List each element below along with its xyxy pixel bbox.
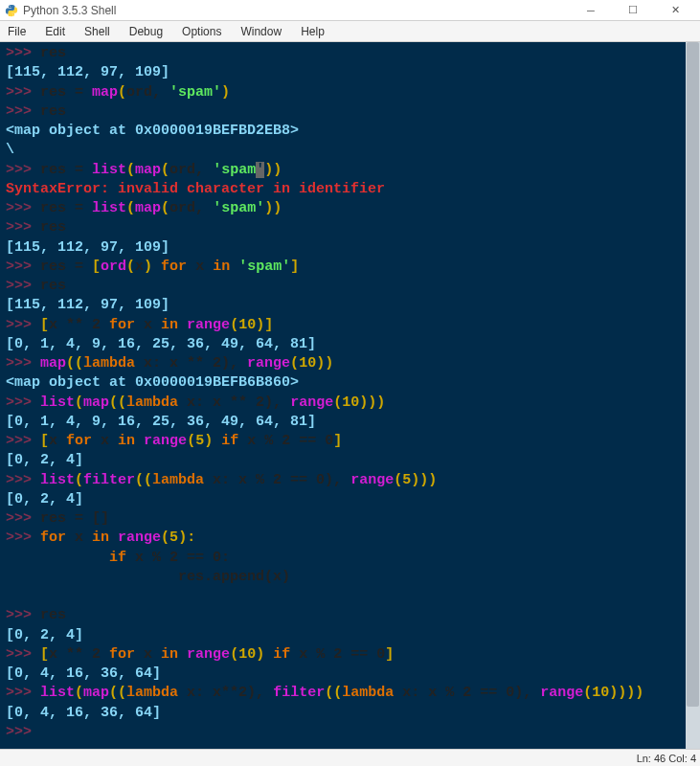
menu-window[interactable]: Window	[237, 23, 285, 40]
scrollbar-thumb[interactable]	[687, 42, 699, 707]
menu-debug[interactable]: Debug	[125, 23, 167, 40]
menu-edit[interactable]: Edit	[41, 23, 69, 40]
minimize-button[interactable]: ─	[570, 0, 612, 21]
python-icon	[4, 3, 19, 18]
window-title: Python 3.5.3 Shell	[23, 4, 570, 17]
titlebar: Python 3.5.3 Shell ─ ☐ ✕	[0, 0, 700, 21]
menu-file[interactable]: File	[4, 23, 30, 40]
menubar: File Edit Shell Debug Options Window Hel…	[0, 21, 700, 42]
cursor-position: Ln: 46 Col: 4	[637, 753, 696, 764]
menu-options[interactable]: Options	[178, 23, 225, 40]
menu-shell[interactable]: Shell	[80, 23, 114, 40]
scrollbar[interactable]	[686, 42, 700, 749]
menu-help[interactable]: Help	[297, 23, 328, 40]
window-controls: ─ ☐ ✕	[570, 0, 696, 21]
maximize-button[interactable]: ☐	[612, 0, 654, 21]
statusbar: Ln: 46 Col: 4	[0, 749, 700, 766]
close-button[interactable]: ✕	[654, 0, 696, 21]
shell-editor[interactable]: >>> res [115, 112, 97, 109] >>> res = ma…	[0, 42, 700, 749]
